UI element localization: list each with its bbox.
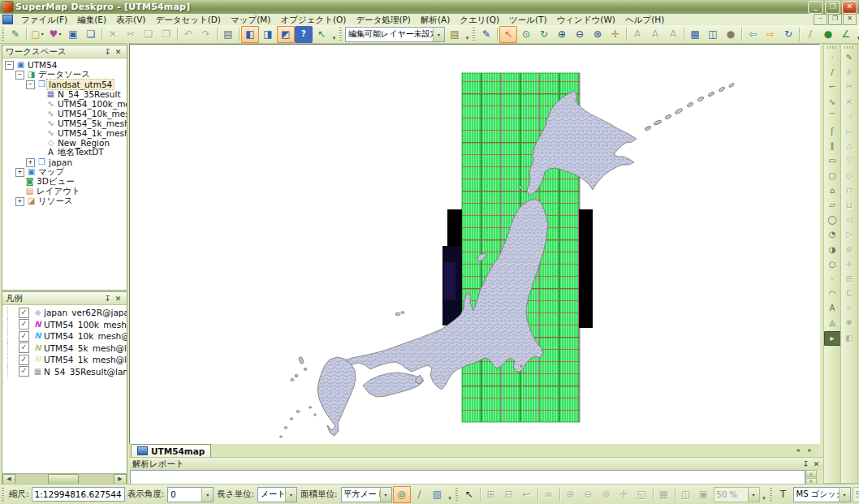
angle-combo[interactable]: 0▾ (167, 487, 214, 502)
tab-scroll-right-icon[interactable]: ▸ (805, 446, 815, 455)
measure-distance-button[interactable]: ∕ (801, 26, 819, 43)
draw-callout-button[interactable]: ◬ (824, 316, 841, 330)
edit-tool-17[interactable]: ⌗ (841, 301, 858, 316)
draw-pie-button[interactable]: ◠ (824, 286, 841, 301)
edit-tool-6[interactable]: △ (841, 139, 858, 153)
menu-item-8[interactable]: 解析(A) (416, 14, 455, 25)
edit-tool-10[interactable]: ⊔ (841, 198, 858, 213)
output-window-toggle[interactable]: ◨ (259, 26, 277, 43)
layout-refresh-button[interactable]: ▣ (695, 486, 713, 503)
legend-item-100k-mesh[interactable]: ✓NUTM54_100k_mesh@landsat_utm54 (2, 319, 127, 331)
style-brush-button[interactable]: ✎ (6, 26, 24, 43)
layout-zoom-out-button[interactable]: ⊟ (500, 486, 518, 503)
save-button[interactable]: ▣ (64, 26, 82, 43)
menu-item-2[interactable]: 編集(E) (72, 14, 111, 25)
draw-curve-button[interactable]: ∿ (824, 95, 841, 110)
thematic-map-button[interactable]: ▦ (686, 26, 704, 43)
report-close-icon[interactable]: ✕ (811, 459, 822, 469)
edit-tool-12[interactable]: ▷ (841, 227, 858, 242)
tree-node-resources[interactable]: +◪リソース (2, 196, 127, 206)
previous-view-button[interactable]: ⇦ (744, 26, 762, 43)
draw-polygon-button[interactable]: ⌂ (824, 183, 841, 198)
toolbar-overflow[interactable]: ▾ (855, 26, 859, 43)
edit-tool-7[interactable]: ▽ (841, 153, 858, 168)
expand-icon[interactable]: + (15, 168, 24, 177)
edit-tool-16[interactable]: C (841, 286, 858, 301)
area-unit-combo[interactable]: 平方メートル▾ (341, 487, 392, 502)
menu-item-4[interactable]: データセット(D) (150, 14, 226, 25)
menu-item-1[interactable]: ファイル(F) (16, 14, 72, 25)
legend-item-japan-ver62r[interactable]: ✓◆japan_ver62R@japan (2, 307, 127, 319)
legend-pin-icon[interactable]: ↧ (102, 294, 113, 304)
legend-item-1k-mesh[interactable]: ✓NUTM54_1k_mesh@landsat_utm54 (2, 354, 127, 366)
chevron-down-icon[interactable]: ▾ (285, 488, 296, 502)
maximize-button[interactable]: ❐ (825, 1, 840, 14)
draw-circle3p-button[interactable]: ◔ (824, 227, 841, 242)
layer-visibility-checkbox[interactable]: ✓ (19, 342, 29, 353)
layout-zoomin2-button[interactable]: ⊕ (562, 486, 580, 503)
draw-text-button[interactable]: A (824, 301, 841, 316)
draw-parallelogram-button[interactable]: ▱ (824, 198, 841, 213)
editable-layer-combo[interactable]: 編集可能レイヤー未設定▾ (345, 27, 445, 42)
draw-bezier-button[interactable]: ʃ (824, 124, 841, 139)
text-horizontal-button[interactable]: A (628, 26, 646, 43)
layer-visibility-checkbox[interactable]: ✓ (19, 366, 29, 377)
tree-node-utm54-1k-mesh[interactable]: ∿UTM54_1k_mesh (2, 128, 127, 138)
chevron-down-icon[interactable]: ▾ (41, 32, 44, 37)
chevron-down-icon[interactable]: ▾ (748, 488, 759, 502)
workspace-pin-icon[interactable]: ↧ (102, 47, 113, 57)
chevron-down-icon[interactable]: ▾ (433, 28, 444, 41)
draw-circle-button[interactable]: ◯ (824, 213, 841, 227)
zoom-in-button[interactable]: ⊕ (553, 26, 571, 43)
draw-arc-button[interactable]: ⌒ (824, 110, 841, 124)
font-tool-button[interactable]: T (775, 486, 792, 503)
legend-close-icon[interactable]: ✕ (113, 294, 123, 304)
toolbar-overflow[interactable]: ▾ (330, 26, 338, 43)
font-family-combo[interactable]: MS ゴシック▾ (793, 487, 851, 502)
toolbar-overflow[interactable]: ▾ (447, 486, 454, 503)
layout-grid-button[interactable]: ▦ (655, 486, 673, 503)
layout-prev-button[interactable]: ↩ (518, 486, 536, 503)
layout-pointer-button[interactable]: ↖ (460, 486, 478, 503)
menu-item-3[interactable]: 表示(V) (111, 14, 150, 25)
toolbar-overflow[interactable]: ▾ (464, 26, 471, 43)
object-draw-button[interactable]: ✎ (477, 26, 495, 43)
toolbar-overflow[interactable]: ▾ (761, 486, 768, 503)
draw-roundrect-button[interactable]: ▢ (824, 169, 841, 183)
tree-node-utm54-100k-mesh[interactable]: ∿UTM54_100k_mesh (2, 99, 127, 109)
refresh-map-button[interactable]: ↻ (779, 26, 797, 43)
select-rotate-button[interactable]: ↻ (535, 26, 553, 43)
map-canvas[interactable] (130, 45, 818, 442)
draw-parallel-button[interactable]: ∥ (824, 139, 841, 153)
expand-icon[interactable]: + (26, 158, 35, 167)
font-size-combo[interactable]: 53▾ (853, 487, 859, 502)
close-button[interactable]: ✕ (842, 1, 857, 14)
legend-item-10k-mesh[interactable]: ✓NUTM54_10k_mesh@landsat_utm54 (2, 330, 127, 342)
chevron-down-icon[interactable]: ▾ (380, 488, 391, 502)
draw-polyline-button[interactable]: ⌐ (824, 80, 841, 94)
slope-tool-button[interactable]: ∕ (411, 486, 429, 503)
edit-tool-5[interactable]: ▻ (841, 124, 858, 139)
tree-node-n54-35result[interactable]: ▦N_54_35Result (2, 89, 127, 99)
tree-node-landsat-utm54[interactable]: −❒landsat_utm54 (2, 80, 127, 89)
chevron-down-icon[interactable]: ▾ (58, 32, 61, 37)
menu-item-12[interactable]: ヘルプ(H) (620, 14, 669, 25)
scroll-up-icon[interactable]: ▲ (805, 470, 817, 477)
paste-button[interactable]: ❐ (158, 26, 175, 43)
menu-item-5[interactable]: マップ(M) (226, 14, 276, 25)
edit-tool-14[interactable]: ✛ (841, 257, 858, 272)
draw-point-button[interactable]: · (824, 50, 841, 65)
workspace-panel-toggle[interactable]: ◧ (241, 26, 259, 43)
legend-item-n54-35result[interactable]: ✓▦N_54_35Result@landsat_utm54 (2, 366, 127, 378)
select-tool-button[interactable]: ↖ (499, 26, 517, 43)
draw-line-button[interactable]: ∕ (824, 65, 841, 80)
save-all-button[interactable]: ❏ (82, 26, 100, 43)
pick-tool-button[interactable]: ↖ (313, 26, 330, 43)
edit-tool-13[interactable]: ⊕ (841, 242, 858, 256)
report-pin-icon[interactable]: ↧ (801, 459, 811, 469)
measure-area-button[interactable]: ● (819, 26, 837, 43)
zoom-window-button[interactable]: ⊛ (589, 26, 606, 43)
text-vertical-button[interactable]: A (646, 26, 664, 43)
layer-edit-style-button[interactable]: ▤ (446, 26, 464, 43)
redo-button[interactable]: ↷ (197, 26, 215, 43)
